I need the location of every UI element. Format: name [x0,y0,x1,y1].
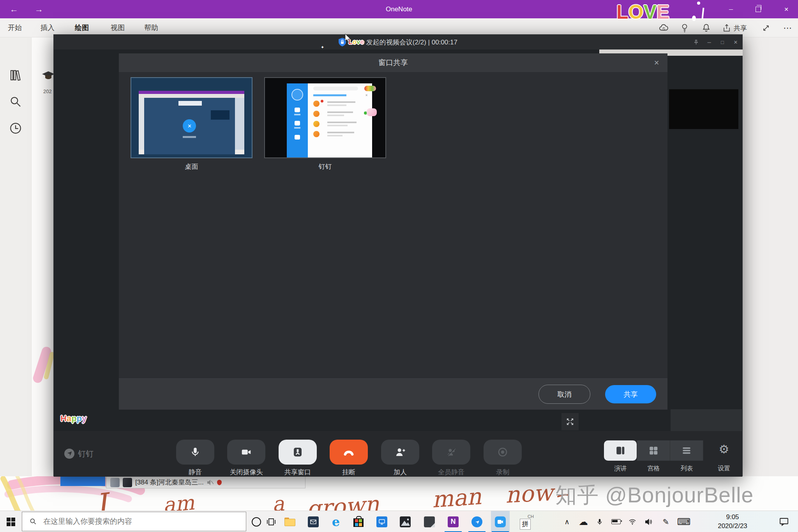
thumb-left-strip [139,98,144,150]
record-label: 录制 [496,468,509,477]
view-speaker-button[interactable]: 演讲 [604,440,637,479]
minimize-button[interactable]: ─ [722,0,740,18]
mute-all-button[interactable]: 全员静音 [432,440,470,483]
add-person-button[interactable]: 加人 [381,440,419,483]
resize-diagonal-icon[interactable] [760,22,772,34]
onenote-sidebar [0,37,31,476]
tray-chevron-icon[interactable]: ∧ [560,511,574,532]
battery-icon[interactable] [609,511,623,532]
start-button[interactable] [0,511,22,532]
mail-app-button[interactable] [303,511,323,532]
label-bar [294,114,300,115]
onedrive-cloud-icon[interactable]: ☁ [576,511,591,532]
touch-keyboard-icon[interactable]: ⌨ [676,511,692,532]
tab-insert[interactable]: 插入 [41,18,55,37]
window-share-dialog: 窗口共享 ✕ ✕ 桌面 [119,53,667,410]
photos-icon [400,516,411,527]
camera-off-button[interactable]: 关闭摄像头 [227,440,265,483]
thumb-close-x: ✕ [365,94,368,97]
photos-app-button[interactable] [395,511,415,532]
bell-icon[interactable] [700,22,712,34]
meeting-window: Love 发起的视频会议(2/2) | 00:00:17 ✦ ─ □ ✕ 窗口共… [53,34,743,476]
sticker-letter: O [629,1,644,23]
calendar-icon [295,121,300,125]
share-option-dingtalk[interactable]: ✕ [264,77,386,158]
wifi-icon[interactable] [625,511,640,532]
dialog-close-icon[interactable]: ✕ [651,57,662,68]
pin-icon[interactable] [689,35,703,49]
hangup-phone-icon [342,447,355,457]
action-center-button[interactable] [773,511,795,532]
grid-icon [295,135,300,140]
store-button[interactable] [348,511,369,532]
thumb-meeting-area: ✕ [144,98,235,154]
record-button[interactable]: 录制 [484,440,522,483]
onenote-taskbar-button[interactable]: N [444,511,462,532]
view-speaker-label: 演讲 [614,465,627,473]
close-button[interactable]: ✕ [777,0,795,18]
app-title: OneNote [0,0,798,18]
share-window-label: 共享窗口 [284,468,311,477]
speaker-view-icon [614,445,626,456]
thumb-camera-off-icon: ✕ [183,119,196,133]
dialog-title: 窗口共享 [119,53,667,72]
sticker-letter: o [353,38,357,46]
dialog-footer: 取消 共享 [119,378,667,410]
dingtalk-taskbar-button[interactable] [468,511,486,532]
task-view-button[interactable] [263,511,280,532]
fullscreen-expand-icon[interactable] [561,413,579,430]
sticker-dot [692,16,696,21]
camera-off-label: 关闭摄像头 [230,468,263,477]
notebook-label[interactable]: 202 [43,88,52,94]
share-button[interactable]: 共享 [718,22,751,34]
taskbar-search[interactable] [22,512,246,531]
hangup-button[interactable]: 挂断 [330,440,368,483]
volume-icon[interactable] [641,511,656,532]
view-list-button[interactable]: 列表 [670,440,703,479]
mouse-cursor [345,34,352,43]
view-grid-button[interactable]: 宫格 [637,440,670,479]
windows-ink-pen-icon[interactable]: ✎ [659,511,673,532]
share-option-desktop-label: 桌面 [131,162,252,171]
notepad-app-button[interactable] [419,511,440,532]
camera-icon [240,446,252,458]
cancel-button[interactable]: 取消 [538,385,590,404]
tray-mic-icon[interactable] [592,511,607,532]
meeting-app-taskbar-button[interactable] [491,511,510,532]
thumb-hand-sticker [367,108,377,116]
notebooks-icon[interactable] [9,68,23,82]
view-grid-label: 宫格 [648,465,660,473]
more-options-icon[interactable]: ⋯ [782,22,793,34]
ime-mode-box: 拼 [520,519,531,530]
meeting-minimize-button[interactable]: ─ [703,35,716,49]
meeting-maximize-button[interactable]: □ [716,35,729,49]
file-explorer-button[interactable] [280,511,300,532]
bar [327,104,346,106]
avatar [110,478,120,487]
share-confirm-button[interactable]: 共享 [605,385,656,403]
remote-app-button[interactable] [372,511,392,532]
remote-app-icon [376,516,387,527]
chat-icon [295,108,300,112]
store-bag-icon [353,517,364,527]
share-window-button[interactable]: 共享窗口 [279,440,317,483]
recent-notes-icon[interactable] [9,121,23,135]
tab-home[interactable]: 开始 [8,18,22,37]
sync-cloud-icon[interactable] [658,22,669,34]
meeting-close-button[interactable]: ✕ [729,35,742,49]
thumb-search-pill [313,87,358,90]
share-option-desktop[interactable]: ✕ [131,77,252,158]
search-input[interactable] [42,517,223,526]
restore-button[interactable] [749,0,767,18]
sticker-letter: H [60,414,67,423]
ime-indicator[interactable]: CH 拼 [517,511,534,532]
settings-button[interactable]: ⚙ 设置 [711,440,736,479]
restore-icon [756,7,761,12]
lightbulb-icon[interactable] [679,22,690,34]
mute-button[interactable]: 静音 [176,440,214,483]
search-icon[interactable] [9,95,23,109]
thumb-link-bar [313,94,347,96]
taskbar-clock[interactable]: 9:05 2020/2/23 [701,511,764,532]
edge-icon: e [332,514,340,529]
edge-browser-button[interactable]: e [326,511,346,532]
